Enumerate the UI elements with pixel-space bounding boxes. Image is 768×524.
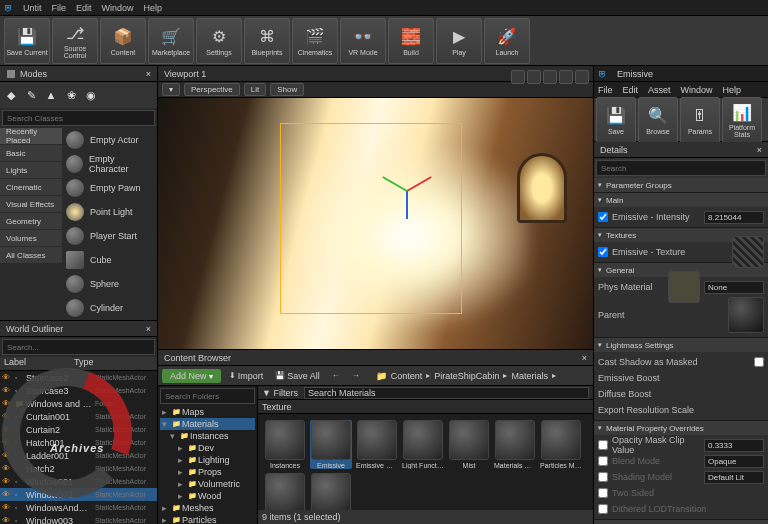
tree-dev[interactable]: ▸📁Dev — [160, 442, 255, 454]
emissive-intensity-value[interactable]: 8.215044 — [704, 211, 764, 224]
actor-empty-pawn[interactable]: Empty Pawn — [62, 176, 157, 200]
outliner-row[interactable]: 👁▫Hatch2StaticMeshActor — [0, 462, 157, 475]
geometry-mode-icon[interactable]: ◉ — [82, 86, 100, 104]
outliner-row[interactable]: 👁▫WindowsAndDoorsStaticMeshActor — [0, 501, 157, 514]
tree-toggle-icon[interactable]: ▾ — [162, 419, 170, 429]
emissive-intensity-checkbox[interactable] — [598, 212, 608, 222]
section-parameter-groups[interactable]: Parameter Groups — [594, 178, 768, 192]
actor-point-light[interactable]: Point Light — [62, 200, 157, 224]
viewport-menu-button[interactable]: ▾ — [162, 83, 180, 96]
phys-material-value[interactable]: None — [704, 281, 764, 294]
blend-override-checkbox[interactable] — [598, 456, 608, 466]
history-fwd-button[interactable]: → — [348, 369, 364, 382]
tree-meshes[interactable]: ▸📁Meshes — [160, 502, 255, 514]
camera-speed-icon[interactable] — [559, 70, 573, 84]
category-lights[interactable]: Lights — [0, 162, 62, 179]
details-search-input[interactable] — [601, 164, 761, 173]
asset-col-texture[interactable]: Texture — [262, 402, 292, 412]
foliage-mode-icon[interactable]: ❀ — [62, 86, 80, 104]
outliner-col-label[interactable]: Label — [0, 357, 70, 370]
opacity-override-checkbox[interactable] — [598, 440, 608, 450]
outliner-row[interactable]: 👁▫Curtain001StaticMeshActor — [0, 410, 157, 423]
tree-toggle-icon[interactable]: ▸ — [178, 479, 186, 489]
category-geometry[interactable]: Geometry — [0, 213, 62, 230]
outliner-row[interactable]: 👁▫Ladder001StaticMeshActor — [0, 449, 157, 462]
tree-toggle-icon[interactable]: ▸ — [178, 491, 186, 501]
menu-help[interactable]: Help — [144, 3, 163, 13]
category-volumes[interactable]: Volumes — [0, 230, 62, 247]
eye-icon[interactable]: 👁 — [2, 464, 12, 473]
crumb-materials[interactable]: Materials — [511, 371, 548, 381]
modes-tab[interactable]: Modes × — [0, 66, 157, 82]
outliner-row[interactable]: 👁▫Curtain2StaticMeshActor — [0, 423, 157, 436]
actor-sphere[interactable]: Sphere — [62, 272, 157, 296]
outliner-search[interactable] — [2, 339, 155, 355]
tree-toggle-icon[interactable]: ▸ — [178, 443, 186, 453]
history-back-button[interactable]: ← — [328, 369, 344, 382]
rotation-snap-icon[interactable] — [527, 70, 541, 84]
menu-window[interactable]: Window — [681, 85, 713, 95]
import-button[interactable]: ⬇ Import — [225, 369, 268, 383]
phys-material-thumb[interactable] — [668, 271, 700, 303]
settings-button[interactable]: ⚙Settings — [196, 18, 242, 64]
category-cinematic[interactable]: Cinematic — [0, 179, 62, 196]
eye-icon[interactable]: 👁 — [2, 477, 12, 486]
actor-cube[interactable]: Cube — [62, 248, 157, 272]
platstats-button[interactable]: 📊Platform Stats — [722, 97, 762, 143]
menu-window[interactable]: Window — [102, 3, 134, 13]
asset-materials-master[interactable]: Materials Master — [494, 420, 536, 469]
browse-button[interactable]: 🔍Browse — [638, 97, 678, 143]
lit-button[interactable]: Lit — [244, 83, 266, 96]
market-button[interactable]: 🛒Marketplace — [148, 18, 194, 64]
details-search[interactable] — [596, 160, 766, 176]
content-tree[interactable]: ▸📁Maps▾📁Materials▾📁Instances▸📁Dev▸📁Light… — [158, 386, 258, 524]
eye-icon[interactable]: 👁 — [2, 490, 12, 499]
category-basic[interactable]: Basic — [0, 145, 62, 162]
outliner-col-type[interactable]: Type — [70, 357, 98, 370]
scale-snap-icon[interactable] — [543, 70, 557, 84]
content-browser-tab[interactable]: Content Browser × — [158, 350, 593, 366]
menu-file[interactable]: File — [598, 85, 613, 95]
eye-icon[interactable]: 👁 — [2, 412, 12, 421]
modes-search[interactable] — [2, 110, 155, 126]
play-button[interactable]: ▶Play — [436, 18, 482, 64]
actor-empty-actor[interactable]: Empty Actor — [62, 128, 157, 152]
crumb-content[interactable]: Content — [391, 371, 423, 381]
menu-asset[interactable]: Asset — [648, 85, 671, 95]
params-button[interactable]: 🎚Params — [680, 97, 720, 143]
close-icon[interactable]: × — [146, 324, 151, 334]
eye-icon[interactable]: 👁 — [2, 425, 12, 434]
add-new-button[interactable]: Add New ▾ — [162, 369, 221, 383]
blueprints-button[interactable]: ⌘Blueprints — [244, 18, 290, 64]
section-main[interactable]: Main — [594, 193, 768, 207]
eye-icon[interactable]: 👁 — [2, 503, 12, 512]
actor-empty-character[interactable]: Empty Character — [62, 152, 157, 176]
close-icon[interactable]: × — [757, 145, 762, 155]
asset-particles-master[interactable]: Particles Master — [540, 420, 582, 469]
content-button[interactable]: 📦Content — [100, 18, 146, 64]
menu-file[interactable]: File — [52, 3, 67, 13]
tree-toggle-icon[interactable]: ▸ — [178, 467, 186, 477]
cinematics-button[interactable]: 🎬Cinematics — [292, 18, 338, 64]
outliner-row[interactable]: 👁📁Windows and DoorsFolder — [0, 397, 157, 410]
save-all-button[interactable]: 💾 Save All — [271, 369, 324, 383]
source-button[interactable]: ⎇Source Control — [52, 18, 98, 64]
outliner-row[interactable]: 👁▫Hatch001StaticMeshActor — [0, 436, 157, 449]
build-button[interactable]: 🧱Build — [388, 18, 434, 64]
save2-button[interactable]: 💾Save — [596, 97, 636, 143]
asset-emissive[interactable]: Emissive — [310, 420, 352, 469]
eye-icon[interactable]: 👁 — [2, 399, 12, 408]
maximize-icon[interactable] — [575, 70, 589, 84]
eye-icon[interactable]: 👁 — [2, 451, 12, 460]
close-icon[interactable]: × — [582, 353, 587, 363]
outliner-row[interactable]: 👁▫Window002StaticMeshActor — [0, 488, 157, 501]
menu-help[interactable]: Help — [723, 85, 742, 95]
eye-icon[interactable]: 👁 — [2, 373, 12, 382]
blend-mode-value[interactable]: Opaque — [704, 455, 764, 468]
tree-volumetric[interactable]: ▸📁Volumetric — [160, 478, 255, 490]
tree-toggle-icon[interactable]: ▸ — [178, 455, 186, 465]
tree-search[interactable] — [160, 388, 255, 404]
place-mode-icon[interactable]: ◆ — [2, 86, 20, 104]
tree-particles[interactable]: ▸📁Particles — [160, 514, 255, 524]
landscape-mode-icon[interactable]: ▲ — [42, 86, 60, 104]
